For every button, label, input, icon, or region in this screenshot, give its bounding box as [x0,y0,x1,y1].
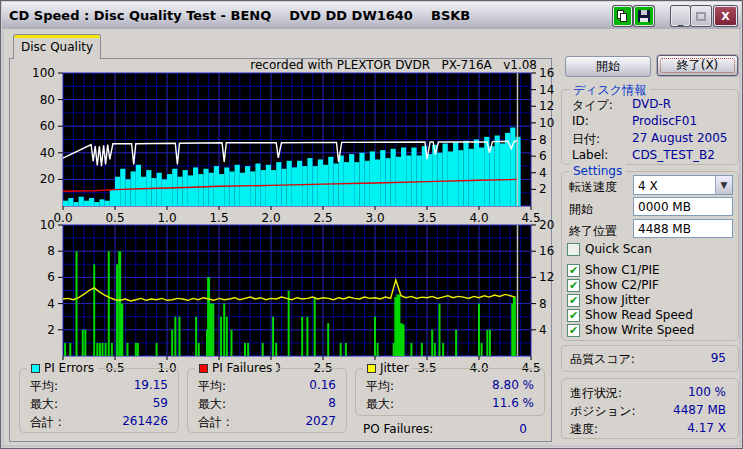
start-position-label: 開始 [569,201,593,218]
pi-errors-max-row: 最大:59 [30,396,168,413]
speed-select[interactable]: 4 X ▼ [633,175,733,195]
close-icon: X [721,10,729,23]
progress-groupbox: 進行状況:100 % ポジション:4487 MB 速度:4.17 X [561,378,739,439]
checkbox-show-jitter[interactable]: ✔ Show Jitter [567,293,650,307]
checkbox-icon: ✔ [567,294,580,307]
start-position-field[interactable]: 0000 MB [633,197,733,216]
exit-button[interactable]: 終了(X) [657,55,738,76]
copy-to-clipboard-button[interactable] [613,6,632,26]
jitter-groupbox: Jitter 平均:8.80 % 最大:11.6 % [355,368,545,416]
po-failures-row: PO Failures: 0 [363,422,539,436]
close-button[interactable]: X [714,6,737,26]
checkbox-icon [567,243,580,256]
save-icon [638,10,650,22]
checkbox-show-read-speed[interactable]: ✔ Show Read Speed [567,308,693,322]
checkbox-show-c1-pie[interactable]: ✔ Show C1/PIE [567,263,660,277]
pi-errors-swatch [31,364,40,373]
pi-failures-average-row: 平均:0.16 [198,378,336,395]
position-row: ポジション:4487 MB [570,403,726,420]
checkbox-icon: ✔ [567,264,580,277]
disc-label-row: Label:CDS_TEST_B2 [572,148,728,162]
chevron-down-icon[interactable]: ▼ [715,176,732,194]
maximize-button[interactable] [691,6,711,26]
progress-row: 進行状況:100 % [570,385,726,402]
settings-title: Settings [569,164,626,178]
start-button[interactable]: 開始 [565,56,651,77]
minimize-button[interactable]: _ [671,6,690,26]
pi-failures-title: PI Failures [212,361,272,375]
tab-label: Disc Quality [21,40,93,54]
end-position-field[interactable]: 4488 MB [633,219,733,238]
checkbox-icon: ✔ [567,324,580,337]
checkbox-show-write-speed[interactable]: ✔ Show Write Speed [567,323,694,337]
po-failures-label: PO Failures: [363,422,433,436]
checkbox-quick-scan[interactable]: Quick Scan [567,242,652,256]
pi-errors-groupbox: PI Errors 平均:19.15 最大:59 合計 :261426 [19,368,179,433]
pi-errors-total-row: 合計 :261426 [30,414,168,431]
copy-icon [617,10,628,22]
quality-score-groupbox: 品質スコア:95 [561,345,739,372]
pi-errors-average-row: 平均:19.15 [30,378,168,395]
disc-info-groupbox: ディスク情報 タイプ:DVD-R ID:ProdiscF01 日付:27 Aug… [561,89,739,165]
window-title: CD Speed : Disc Quality Test - BENQ DVD … [2,8,470,23]
jitter-average-row: 平均:8.80 % [366,378,534,395]
end-position-label: 終了位置 [569,223,617,240]
checkbox-icon: ✔ [567,279,580,292]
tab-disc-quality[interactable]: Disc Quality [13,34,101,59]
app-window: CD Speed : Disc Quality Test - BENQ DVD … [0,0,743,449]
pi-failures-groupbox: PI Failures 平均:0.16 最大:8 合計 :2027 [187,368,347,433]
jitter-title: Jitter [380,361,409,375]
maximize-icon [696,12,706,21]
pi-errors-title: PI Errors [44,361,94,375]
pi-failures-swatch [199,364,208,373]
checkbox-show-c2-pif[interactable]: ✔ Show C2/PIF [567,278,659,292]
disc-type-row: タイプ:DVD-R [572,97,728,114]
quality-score-row: 品質スコア:95 [570,351,726,368]
disc-id-row: ID:ProdiscF01 [572,114,728,128]
chart-header: recorded with PLEXTOR DVDR PX-716A v1.08 [201,58,537,72]
pi-failures-max-row: 最大:8 [198,396,336,413]
save-button[interactable] [634,6,654,26]
speed-row: 速度:4.17 X [570,421,726,438]
disc-date-row: 日付:27 August 2005 [572,131,728,148]
pi-failures-total-row: 合計 :2027 [198,414,336,431]
speed-select-label: 転送速度 [569,179,617,196]
minimize-icon: _ [678,13,684,26]
po-failures-value: 0 [519,422,527,436]
jitter-max-row: 最大:11.6 % [366,396,534,413]
jitter-swatch [367,364,376,373]
checkbox-icon: ✔ [567,309,580,322]
